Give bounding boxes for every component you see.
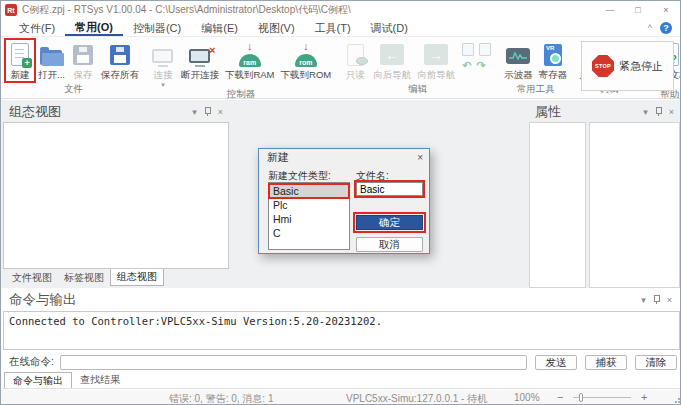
disconnect-icon: × <box>189 49 210 63</box>
online-command-row: 在线命令: 发送 捕获 清除 <box>3 353 680 371</box>
collapse-ribbon-icon[interactable]: ^ <box>648 23 652 33</box>
menu-controller[interactable]: 控制器(C) <box>123 19 191 36</box>
oscilloscope-icon <box>506 48 530 64</box>
download-ram-icon: ram <box>237 42 263 68</box>
cancel-button[interactable]: 取消 <box>356 237 423 252</box>
close-icon[interactable]: × <box>667 295 672 305</box>
connect-button[interactable]: 连接 ▾ <box>148 39 178 87</box>
readonly-eye-icon <box>347 44 364 66</box>
error-warning-count: 错误: 0, 警告: 0, 消息: 1 <box>169 392 273 405</box>
left-panel-tabs: 文件视图 标签视图 组态视图 <box>3 269 229 286</box>
register-button[interactable]: VR 寄存器 <box>536 39 571 82</box>
stop-sign-icon: STOP <box>592 55 614 77</box>
zoom-slider-thumb[interactable] <box>579 393 583 402</box>
app-window: Rt C例程.zpj - RTSys V1.00.04 - C:\Users\A… <box>0 0 681 405</box>
tab-file-view[interactable]: 文件视图 <box>6 269 58 286</box>
redo-icon[interactable]: ↷ <box>476 59 485 72</box>
ribbon-group-edit: 只读 ← 向后导航 → 向前导航 ↶ ↷ <box>338 39 497 98</box>
tab-command-output[interactable]: 命令与输出 <box>4 372 72 388</box>
send-button[interactable]: 发送 <box>535 355 577 370</box>
navigate-back-button[interactable]: ← 向后导航 <box>370 39 414 82</box>
online-command-input[interactable] <box>60 355 527 370</box>
edit-doc2-icon[interactable] <box>479 43 491 56</box>
file-name-label: 文件名: <box>356 169 389 183</box>
dialog-titlebar: 新建 × <box>259 149 429 166</box>
menu-edit[interactable]: 编辑(E) <box>191 19 248 36</box>
titlebar: Rt C例程.zpj - RTSys V1.00.04 - C:\Users\A… <box>1 1 680 19</box>
undo-icon[interactable]: ↶ <box>462 59 471 72</box>
tab-label-view[interactable]: 标签视图 <box>58 269 110 286</box>
zoom-slider[interactable] <box>573 397 631 398</box>
menu-file[interactable]: 文件(F) <box>9 19 65 36</box>
readonly-button[interactable]: 只读 <box>340 39 370 82</box>
panel-title: 组态视图 <box>9 103 61 121</box>
file-name-input[interactable] <box>356 182 423 196</box>
save-icon <box>73 45 93 65</box>
close-icon[interactable]: × <box>218 107 223 117</box>
configuration-view-content[interactable] <box>3 122 229 269</box>
pin-icon[interactable] <box>653 295 660 305</box>
navigate-forward-button[interactable]: → 向前导航 <box>414 39 458 82</box>
panel-menu-icon[interactable]: ▾ <box>643 107 648 117</box>
ok-button[interactable]: 确定 <box>356 215 423 230</box>
save-all-icon <box>110 45 130 65</box>
open-file-button[interactable]: 打开... <box>35 39 68 82</box>
download-rom-button[interactable]: rom 下载到ROM <box>278 39 335 82</box>
file-type-c[interactable]: C <box>269 226 349 240</box>
connection-status: VPLC5xx-Simu:127.0.0.1 - 待机 <box>346 392 487 405</box>
close-icon[interactable]: × <box>669 107 674 117</box>
disconnect-button[interactable]: × 断开连接 <box>178 39 222 82</box>
new-file-dialog: 新建 × 新建文件类型: 文件名: Basic Plc Hmi C 确定 取消 <box>258 148 430 254</box>
menu-tools[interactable]: 工具(T) <box>305 19 361 36</box>
properties-header: 属性 ▾ × <box>529 102 680 122</box>
file-type-hmi[interactable]: Hmi <box>269 212 349 226</box>
tab-configuration-view[interactable]: 组态视图 <box>110 269 164 286</box>
minimize-button[interactable]: — <box>596 1 624 19</box>
ribbon-group-file: 新建 打开... 保存 保存所有 文件 <box>3 39 144 98</box>
file-type-label: 新建文件类型: <box>268 169 331 183</box>
maximize-button[interactable]: □ <box>624 1 652 19</box>
pin-icon[interactable] <box>655 107 662 117</box>
dialog-close-icon[interactable]: × <box>417 152 423 163</box>
download-ram-button[interactable]: ram 下载到RAM <box>222 39 278 82</box>
online-command-label: 在线命令: <box>3 355 60 369</box>
panel-menu-icon[interactable]: ▾ <box>641 295 646 305</box>
edit-doc-icon[interactable] <box>462 43 474 56</box>
file-type-plc[interactable]: Plc <box>269 198 349 212</box>
panel-menu-icon[interactable]: ▾ <box>192 107 197 117</box>
panel-title: 属性 <box>535 103 561 121</box>
new-file-button[interactable]: 新建 <box>5 39 35 82</box>
zoom-in-button[interactable]: + <box>641 391 647 403</box>
properties-grid[interactable] <box>529 122 680 288</box>
dialog-title: 新建 <box>267 150 289 165</box>
save-all-button[interactable]: 保存所有 <box>98 39 142 82</box>
clear-button[interactable]: 清除 <box>635 355 677 370</box>
zoom-level: 100% <box>514 392 540 403</box>
menu-home[interactable]: 常用(O) <box>65 19 123 36</box>
emergency-stop-button[interactable]: STOP 紧急停止 <box>581 41 674 91</box>
pin-icon[interactable] <box>204 107 211 117</box>
file-type-list: Basic Plc Hmi C <box>268 182 350 250</box>
help-icon[interactable]: ? <box>660 22 672 34</box>
arrow-right-icon: → <box>424 44 448 65</box>
output-panel-header: 命令与输出 ▾ × <box>3 289 680 311</box>
output-log[interactable]: Connected to Controller:VPLC5xx-Simu Ver… <box>3 311 680 350</box>
menu-view[interactable]: 视图(V) <box>248 19 305 36</box>
file-type-basic[interactable]: Basic <box>269 184 349 198</box>
group-label-tools: 常用工具 <box>501 82 570 98</box>
tab-search-results[interactable]: 查找结果 <box>72 372 128 388</box>
configuration-view-panel: 组态视图 ▾ × 文件视图 标签视图 组态视图 <box>3 102 229 286</box>
capture-button[interactable]: 捕获 <box>585 355 627 370</box>
menu-debug[interactable]: 调试(D) <box>361 19 418 36</box>
resize-grip-icon[interactable] <box>674 397 680 403</box>
menubar: 文件(F) 常用(O) 控制器(C) 编辑(E) 视图(V) 工具(T) 调试(… <box>1 19 680 37</box>
panel-title: 命令与输出 <box>9 291 77 309</box>
save-button[interactable]: 保存 <box>68 39 98 82</box>
zoom-out-button[interactable]: − <box>557 391 563 403</box>
properties-name-column <box>529 122 586 288</box>
close-button[interactable]: × <box>652 1 680 19</box>
group-label-edit: 编辑 <box>340 82 495 98</box>
new-file-icon <box>11 43 29 66</box>
oscilloscope-button[interactable]: 示波器 <box>501 39 536 82</box>
ribbon-toolbar: 新建 打开... 保存 保存所有 文件 <box>1 37 680 99</box>
